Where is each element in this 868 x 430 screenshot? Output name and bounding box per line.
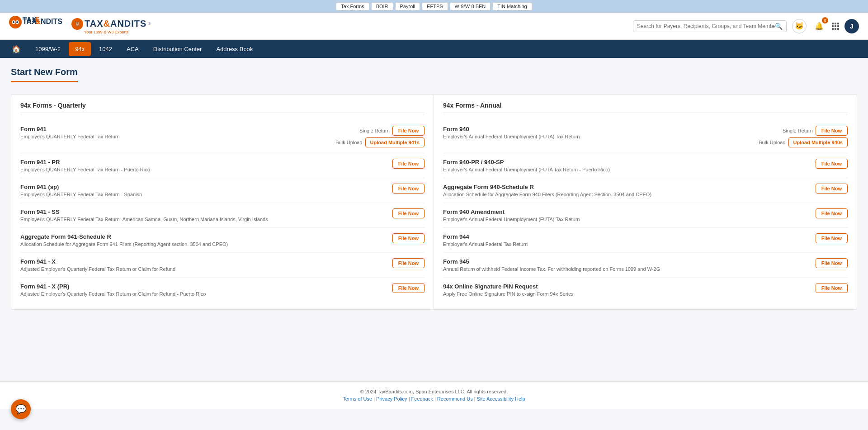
nav-1099-w2[interactable]: 1099/W-2 [29,42,67,56]
form-941schedr-info: Aggregate Form 941-Schedule R Allocation… [20,233,352,247]
form-941ss-name: Form 941 - SS [20,208,347,215]
form-94x-pin-actions: File Now [775,283,848,293]
form-940pr-info: Form 940-PR / 940-SP Employer's Annual F… [443,159,775,172]
topbar-eftps[interactable]: EFTPS [422,2,448,10]
form-941ss-desc: Employer's QUARTERLY Federal Tax Return-… [20,217,347,222]
form-941schedr-actions: File Now [352,233,425,243]
search-icon: 🔍 [775,23,783,30]
footer-link-privacy[interactable]: Privacy Policy [376,396,407,402]
form-940amend-actions: File Now [775,208,848,218]
form-940-actions: Single Return File Now Bulk Upload Uploa… [759,126,848,147]
form-941ss-actions: File Now [352,208,425,218]
form-945-actions: File Now [775,258,848,268]
form-944-desc: Employer's Annual Federal Tax Return [443,241,770,247]
support-icon[interactable]: 🐱 [792,19,807,33]
svg-text:NDITS: NDITS [41,18,62,25]
footer-link-feedback[interactable]: Feedback [411,396,433,402]
form-944-name: Form 944 [443,233,770,240]
annual-column: 94x Forms - Annual Form 940 Employer's A… [434,95,857,309]
notification-wrapper[interactable]: 🔔 0 [812,19,826,33]
quarterly-column: 94x Forms - Quarterly Form 941 Employer'… [11,95,434,309]
form-941xpr-desc: Adjusted Employer's Quarterly Federal Ta… [20,291,347,297]
form-94x-pin-name: 94x Online Signature PIN Request [443,283,770,290]
form-940schedr-info: Aggregate Form 940-Schedule R Allocation… [443,184,775,197]
form-row-940: Form 940 Employer's Annual Federal Unemp… [443,120,848,153]
dot [837,23,839,24]
nav-94x[interactable]: 94x [69,42,91,56]
form-941-upload[interactable]: Upload Multiple 941s [365,137,425,147]
form-940amend-file-now[interactable]: File Now [816,208,848,218]
main-content: Start New Form 94x Forms - Quarterly For… [0,58,868,381]
form-row-941ss: Form 941 - SS Employer's QUARTERLY Feder… [20,203,425,228]
form-941sp-file-now[interactable]: File Now [392,184,425,194]
form-941-bulk-label: Bulk Upload [335,140,362,145]
annual-title: 94x Forms - Annual [443,102,848,113]
nav-address-book[interactable]: Address Book [210,42,259,56]
apps-grid-icon[interactable] [832,23,839,30]
form-941-file-now[interactable]: File Now [392,126,425,136]
form-944-file-now[interactable]: File Now [816,233,848,243]
home-icon: 🏠 [12,45,21,53]
svg-point-3 [13,21,14,23]
topbar-payroll[interactable]: Payroll [395,2,420,10]
dot [832,25,834,27]
form-941x-file-now[interactable]: File Now [392,258,425,268]
form-row-94x-pin: 94x Online Signature PIN Request Apply F… [443,278,848,302]
quarterly-title: 94x Forms - Quarterly [20,102,425,113]
nav-distribution-center[interactable]: Distribution Center [147,42,208,56]
form-941-single-label: Single Return [359,128,390,133]
search-input[interactable] [637,23,775,29]
footer-link-terms[interactable]: Terms of Use [343,396,372,402]
form-945-desc: Annual Return of withheld Federal Income… [443,266,770,272]
topbar-tin-matching[interactable]: TIN Matching [492,2,532,10]
form-940-bulk-label: Bulk Upload [759,140,785,145]
user-avatar[interactable]: J [844,19,859,33]
nav-home[interactable]: 🏠 [5,41,27,57]
nav-1042[interactable]: 1042 [93,42,118,56]
form-941schedr-name: Aggregate Form 941-Schedule R [20,233,347,240]
footer-link-accessibility[interactable]: Site Accessibility Help [477,396,525,402]
form-940schedr-file-now[interactable]: File Now [816,184,848,194]
topbar-tax-forms[interactable]: Tax Forms [336,2,369,10]
chat-icon: 💬 [15,404,27,409]
form-944-info: Form 944 Employer's Annual Federal Tax R… [443,233,775,247]
form-941sp-info: Form 941 (sp) Employer's QUARTERLY Feder… [20,184,352,197]
form-940-upload[interactable]: Upload Multiple 940s [788,137,848,147]
form-941xpr-file-now[interactable]: File Now [392,283,425,293]
form-94x-pin-file-now[interactable]: File Now [816,283,848,293]
footer: © 2024 TaxBandits.com, Span Enterprises … [0,381,868,409]
form-row-941sp: Form 941 (sp) Employer's QUARTERLY Feder… [20,178,425,203]
form-941xpr-name: Form 941 - X (PR) [20,283,347,290]
topbar-w9-w8ben[interactable]: W-9/W-8 BEN [450,2,491,10]
footer-copyright: © 2024 TaxBandits.com, Span Enterprises … [7,389,861,394]
topbar-boir[interactable]: BOIR [371,2,393,10]
dot [835,28,836,30]
main-navigation: 🏠 1099/W-2 94x 1042 ACA Distribution Cen… [0,40,868,58]
nav-aca[interactable]: ACA [120,42,145,56]
form-941-single-row: Single Return File Now [359,126,425,136]
form-941schedr-file-now[interactable]: File Now [392,233,425,243]
form-941pr-actions: File Now [352,159,425,169]
form-941xpr-info: Form 941 - X (PR) Adjusted Employer's Qu… [20,283,352,297]
form-941-bulk-row: Bulk Upload Upload Multiple 941s [335,137,425,147]
form-row-944: Form 944 Employer's Annual Federal Tax R… [443,228,848,253]
form-row-941: Form 941 Employer's QUARTERLY Federal Ta… [20,120,425,153]
footer-link-recommend[interactable]: Recommend Us [437,396,473,402]
search-box[interactable]: 🔍 [633,20,787,32]
notification-badge: 0 [822,17,828,24]
form-940schedr-name: Aggregate Form 940-Schedule R [443,184,770,190]
form-940pr-file-now[interactable]: File Now [816,159,848,169]
form-941ss-file-now[interactable]: File Now [392,208,425,218]
form-945-name: Form 945 [443,258,770,265]
form-941pr-file-now[interactable]: File Now [392,159,425,169]
form-940schedr-desc: Allocation Schedule for Aggregate Form 9… [443,192,770,197]
svg-text:TAX: TAX [23,16,37,24]
dot [837,28,839,30]
support-emoji: 🐱 [795,22,804,30]
header-right: 🔍 🐱 🔔 0 J [633,19,859,33]
form-940-file-now[interactable]: File Now [816,126,848,136]
form-945-file-now[interactable]: File Now [816,258,848,268]
header: TAX TAX & NDITS TAX € 🦉 TAX&ANDITS ® You… [0,13,868,40]
form-941schedr-desc: Allocation Schedule for Aggregate Form 9… [20,241,347,247]
logo-area[interactable]: TAX TAX & NDITS TAX € 🦉 TAX&ANDITS ® You… [9,16,151,37]
